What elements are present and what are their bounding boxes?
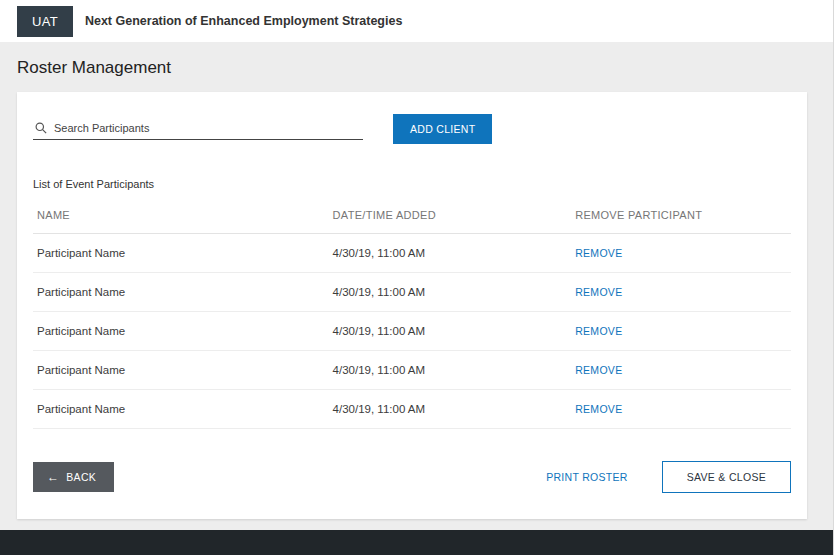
participants-table: NAME DATE/TIME ADDED REMOVE PARTICIPANT … <box>33 196 791 429</box>
footer-bar <box>0 530 833 555</box>
page-title: Roster Management <box>0 42 833 92</box>
participant-name: Participant Name <box>33 234 329 273</box>
participant-date: 4/30/19, 11:00 AM <box>329 351 572 390</box>
table-row: Participant Name 4/30/19, 11:00 AM REMOV… <box>33 351 791 390</box>
table-row: Participant Name 4/30/19, 11:00 AM REMOV… <box>33 390 791 429</box>
roster-panel: ADD CLIENT List of Event Participants NA… <box>17 92 807 519</box>
participant-date: 4/30/19, 11:00 AM <box>329 390 572 429</box>
back-button-label: BACK <box>66 471 96 483</box>
list-label: List of Event Participants <box>33 178 791 190</box>
remove-link[interactable]: REMOVE <box>575 325 622 337</box>
participant-date: 4/30/19, 11:00 AM <box>329 312 572 351</box>
participant-name: Participant Name <box>33 273 329 312</box>
table-row: Participant Name 4/30/19, 11:00 AM REMOV… <box>33 234 791 273</box>
back-arrow-icon: ← <box>47 471 59 483</box>
search-field[interactable] <box>33 118 363 140</box>
app-title: Next Generation of Enhanced Employment S… <box>85 14 402 28</box>
participant-name: Participant Name <box>33 312 329 351</box>
participant-name: Participant Name <box>33 351 329 390</box>
table-row: Participant Name 4/30/19, 11:00 AM REMOV… <box>33 273 791 312</box>
search-input[interactable] <box>54 122 361 134</box>
search-row: ADD CLIENT <box>33 114 791 144</box>
table-row: Participant Name 4/30/19, 11:00 AM REMOV… <box>33 312 791 351</box>
app-header: UAT Next Generation of Enhanced Employme… <box>0 0 833 42</box>
remove-link[interactable]: REMOVE <box>575 247 622 259</box>
table-header-row: NAME DATE/TIME ADDED REMOVE PARTICIPANT <box>33 196 791 234</box>
remove-link[interactable]: REMOVE <box>575 403 622 415</box>
print-roster-link[interactable]: PRINT ROSTER <box>546 471 628 483</box>
column-header-date: DATE/TIME ADDED <box>329 196 572 234</box>
participant-date: 4/30/19, 11:00 AM <box>329 273 572 312</box>
column-header-remove: REMOVE PARTICIPANT <box>571 196 791 234</box>
remove-link[interactable]: REMOVE <box>575 286 622 298</box>
card-actions: ← BACK PRINT ROSTER SAVE & CLOSE <box>33 461 791 493</box>
participant-date: 4/30/19, 11:00 AM <box>329 234 572 273</box>
back-button[interactable]: ← BACK <box>33 462 114 492</box>
remove-link[interactable]: REMOVE <box>575 364 622 376</box>
column-header-name: NAME <box>33 196 329 234</box>
add-client-button[interactable]: ADD CLIENT <box>393 114 492 144</box>
search-icon <box>35 122 47 134</box>
environment-badge: UAT <box>17 6 73 37</box>
save-close-button[interactable]: SAVE & CLOSE <box>662 461 791 493</box>
participant-name: Participant Name <box>33 390 329 429</box>
